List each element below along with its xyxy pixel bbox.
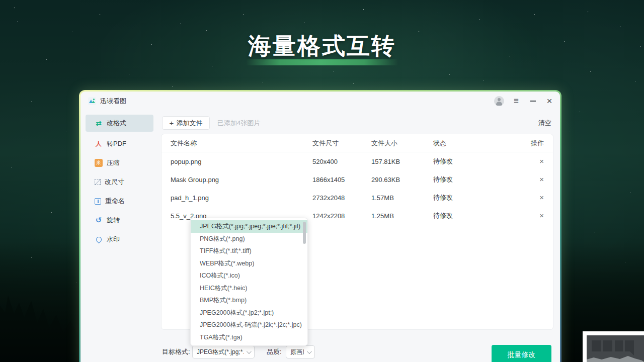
remove-file-icon[interactable]: × xyxy=(529,175,544,184)
corner-preview-window[interactable] xyxy=(583,331,644,362)
sidebar-item-compress[interactable]: 压缩 xyxy=(86,155,153,170)
add-file-label: 添加文件 xyxy=(176,119,202,128)
add-file-button[interactable]: 添加文件 xyxy=(162,116,210,130)
target-format-value: JPEG格式(*.jpg;*... xyxy=(197,348,244,356)
clear-all-link[interactable]: 清空 xyxy=(538,116,551,130)
sidebar-item-rename[interactable]: 重命名 xyxy=(86,194,153,209)
target-format-label: 目标格式: xyxy=(162,345,190,358)
swap-icon xyxy=(95,119,103,127)
col-dimensions: 文件尺寸 xyxy=(312,139,371,148)
cell-status: 待修改 xyxy=(433,211,529,220)
dropdown-option[interactable]: JPEG格式(*.jpg;*.jpeg;*.jpe;*.jfif;*.jif) xyxy=(191,220,307,233)
table-row[interactable]: pad_h_1.png 2732x2048 1.57MB 待修改 × xyxy=(162,189,553,207)
sidebar-item-to-pdf[interactable]: 转PDF xyxy=(86,136,153,151)
table-header: 文件名称 文件尺寸 文件大小 状态 操作 xyxy=(162,134,553,152)
cell-status: 待修改 xyxy=(433,157,529,166)
sidebar-item-convert-format[interactable]: 改格式 xyxy=(86,115,153,132)
sidebar-item-label: 压缩 xyxy=(107,158,120,167)
remove-file-icon[interactable]: × xyxy=(529,194,544,202)
plus-icon xyxy=(170,119,174,127)
batch-convert-button[interactable]: 批量修改 xyxy=(492,345,551,362)
rotate-icon xyxy=(95,216,103,224)
remove-file-icon[interactable]: × xyxy=(529,157,544,165)
cell-dimensions: 1242x2208 xyxy=(312,212,371,220)
target-format-select[interactable]: JPEG格式(*.jpg;*... xyxy=(192,345,255,358)
col-file-size: 文件大小 xyxy=(371,139,433,148)
cell-status: 待修改 xyxy=(433,193,529,202)
resize-icon xyxy=(95,179,101,185)
corner-preview-image xyxy=(587,335,644,362)
sidebar-item-watermark[interactable]: 水印 xyxy=(86,232,153,247)
dropdown-option[interactable]: JPEG2000格式-码流(*.j2k;*.j2c;*.jpc) xyxy=(191,319,307,331)
user-avatar[interactable] xyxy=(494,96,504,106)
sidebar-item-rotate[interactable]: 旋转 xyxy=(86,213,153,228)
hero-title: 海量格式互转 xyxy=(0,32,644,59)
table-body: popup.png 520x400 157.81KB 待修改 × Mask Gr… xyxy=(162,152,553,225)
dropdown-option[interactable]: ICO格式(*.ico) xyxy=(191,269,307,282)
close-icon[interactable] xyxy=(545,95,554,107)
cell-file-size: 1.57MB xyxy=(371,194,433,202)
sidebar-item-label: 改格式 xyxy=(107,119,126,128)
app-window: 迅读看图 改格式 转PDF 压缩 改尺寸 重命名 旋转 xyxy=(80,92,560,362)
cell-file-name: popup.png xyxy=(171,158,312,165)
app-title: 迅读看图 xyxy=(100,92,126,111)
sidebar-item-label: 改尺寸 xyxy=(105,177,124,187)
quality-label: 品质: xyxy=(267,345,282,358)
cell-dimensions: 1866x1405 xyxy=(312,176,371,184)
app-window-border: 迅读看图 改格式 转PDF 压缩 改尺寸 重命名 旋转 xyxy=(79,90,561,362)
dropdown-option[interactable]: TGA格式(*.tga) xyxy=(191,331,307,344)
sidebar-item-label: 转PDF xyxy=(107,139,126,148)
col-action: 操作 xyxy=(529,139,544,148)
hero-banner: 海量格式互转 xyxy=(0,32,644,65)
dropdown-option[interactable]: BMP格式(*.bmp) xyxy=(191,294,307,307)
cell-status: 待修改 xyxy=(433,175,529,184)
sidebar-item-label: 水印 xyxy=(107,235,120,244)
table-row[interactable]: Mask Group.png 1866x1405 290.63KB 待修改 × xyxy=(162,170,553,189)
hero-underline xyxy=(247,59,397,65)
remove-file-icon[interactable]: × xyxy=(529,212,544,220)
star-field xyxy=(0,0,1,1)
menu-icon[interactable] xyxy=(512,95,521,107)
dropdown-scrollbar[interactable] xyxy=(303,222,306,244)
dropdown-option[interactable]: HEIC格式(*.heic) xyxy=(191,282,307,295)
dropdown-option[interactable]: JPEG2000格式(*.jp2;*.jpt;) xyxy=(191,307,307,319)
sidebar-item-label: 重命名 xyxy=(105,197,125,206)
titlebar[interactable]: 迅读看图 xyxy=(80,92,560,111)
dropdown-option[interactable]: PNG格式(*.png) xyxy=(191,233,307,245)
col-status: 状态 xyxy=(433,139,529,148)
cell-file-name: Mask Group.png xyxy=(171,176,312,184)
quality-value: 原画质 xyxy=(290,348,304,356)
desktop-background: 海量格式互转 迅读看图 xyxy=(0,0,644,362)
cell-file-size: 290.63KB xyxy=(371,176,433,184)
dropdown-option[interactable]: TIFF格式(*.tif;*.tiff) xyxy=(191,245,307,257)
col-file-name: 文件名称 xyxy=(171,139,312,148)
cell-dimensions: 520x400 xyxy=(312,158,371,165)
compress-icon xyxy=(95,159,103,167)
cell-dimensions: 2732x2048 xyxy=(312,194,371,202)
minimize-icon[interactable] xyxy=(528,95,537,107)
format-dropdown-list: JPEG格式(*.jpg;*.jpeg;*.jpe;*.jfif;*.jif) … xyxy=(190,218,308,346)
watermark-icon xyxy=(95,235,103,243)
rename-icon xyxy=(95,198,101,205)
chevron-down-icon xyxy=(307,349,312,354)
app-logo-icon xyxy=(88,97,96,105)
dropdown-option[interactable]: WEBP格式(*.webp) xyxy=(191,257,307,270)
cell-file-name: pad_h_1.png xyxy=(171,194,312,202)
pdf-icon xyxy=(95,140,103,148)
chevron-down-icon xyxy=(247,349,252,354)
sidebar-item-label: 旋转 xyxy=(107,216,120,225)
cell-file-size: 157.81KB xyxy=(371,158,433,165)
cell-file-size: 1.25MB xyxy=(371,212,433,220)
quality-select[interactable]: 原画质 xyxy=(286,345,315,358)
added-count-text: 已添加4张图片 xyxy=(217,116,260,130)
sidebar-item-resize[interactable]: 改尺寸 xyxy=(86,174,153,190)
table-row[interactable]: popup.png 520x400 157.81KB 待修改 × xyxy=(162,152,553,170)
